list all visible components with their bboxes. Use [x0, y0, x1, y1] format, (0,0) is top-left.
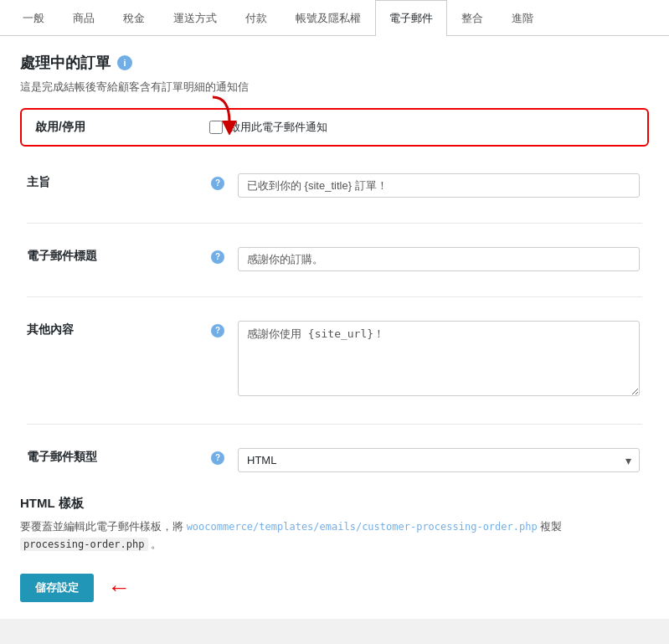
section-title-text: 處理中的訂單 — [20, 53, 111, 73]
email-type-label: 電子郵件類型 — [20, 438, 204, 482]
template-path: woocommerce/templates/emails/customer-pr… — [187, 521, 538, 533]
tab-tax[interactable]: 稅金 — [109, 0, 159, 36]
email-type-select[interactable]: HTML Plain text Multipart — [238, 448, 640, 472]
additional-content-help-icon[interactable]: ? — [211, 324, 224, 337]
save-row: 儲存設定 ← — [20, 574, 649, 602]
red-arrow-icon — [188, 93, 238, 135]
subject-help-icon[interactable]: ? — [211, 177, 224, 190]
tab-accounts[interactable]: 帳號及隱私權 — [281, 0, 375, 36]
html-template-section: HTML 樣板 要覆蓋並編輯此電子郵件樣板，將 woocommerce/temp… — [20, 496, 649, 554]
email-header-help-icon[interactable]: ? — [211, 250, 224, 264]
section-info-icon[interactable]: i — [117, 55, 132, 70]
enable-label: 啟用/停用 — [35, 120, 203, 135]
html-template-title: HTML 樣板 — [20, 496, 649, 512]
template-desc-prefix: 要覆蓋並編輯此電子郵件樣板，將 — [20, 520, 183, 533]
section-description: 這是完成結帳後寄給顧客含有訂單明細的通知信 — [20, 80, 649, 95]
tab-general[interactable]: 一般 — [8, 0, 59, 36]
tab-payment[interactable]: 付款 — [231, 0, 281, 36]
tab-products[interactable]: 商品 — [59, 0, 109, 36]
email-type-row: 電子郵件類型 ? HTML Plain text Multipart — [20, 438, 649, 482]
subject-input[interactable] — [238, 173, 640, 198]
tabs-bar: 一般 商品 稅金 運送方式 付款 帳號及隱私權 電子郵件 整合 進階 — [0, 0, 669, 36]
html-template-description: 要覆蓋並編輯此電子郵件樣板，將 woocommerce/templates/em… — [20, 518, 649, 554]
email-header-label: 電子郵件標題 — [20, 237, 204, 281]
save-button[interactable]: 儲存設定 — [20, 574, 94, 602]
template-desc-suffix: 複製 — [540, 520, 562, 533]
template-period: 。 — [151, 538, 162, 550]
tab-advanced[interactable]: 進階 — [497, 0, 548, 36]
enable-highlight-box: 啟用/停用 啟用此電子郵件通知 — [20, 108, 649, 147]
enable-checkbox-label: 啟用此電子郵件通知 — [229, 120, 327, 135]
additional-content-row: 其他內容 ? 感謝你使用 {site_url}！ — [20, 311, 649, 409]
email-type-help-icon[interactable]: ? — [211, 451, 224, 465]
additional-content-textarea[interactable]: 感謝你使用 {site_url}！ — [238, 321, 640, 396]
email-header-row: 電子郵件標題 ? — [20, 237, 649, 281]
additional-content-label: 其他內容 — [20, 311, 204, 409]
settings-form: 主旨 ? 電子郵件標題 ? 其他內容 ? 感謝你使 — [20, 163, 649, 482]
section-title: 處理中的訂單 i — [20, 53, 649, 73]
tab-email[interactable]: 電子郵件 — [375, 0, 447, 36]
subject-row: 主旨 ? — [20, 163, 649, 208]
tab-integration[interactable]: 整合 — [447, 0, 497, 36]
enable-row: 啟用/停用 啟用此電子郵件通知 — [35, 120, 634, 135]
email-type-select-wrap: HTML Plain text Multipart — [238, 448, 640, 472]
tab-shipping[interactable]: 運送方式 — [159, 0, 231, 36]
save-arrow-icon: ← — [107, 574, 131, 601]
subject-label: 主旨 — [20, 163, 204, 208]
email-header-input[interactable] — [238, 247, 640, 271]
template-local-path: processing-order.php — [20, 538, 148, 551]
